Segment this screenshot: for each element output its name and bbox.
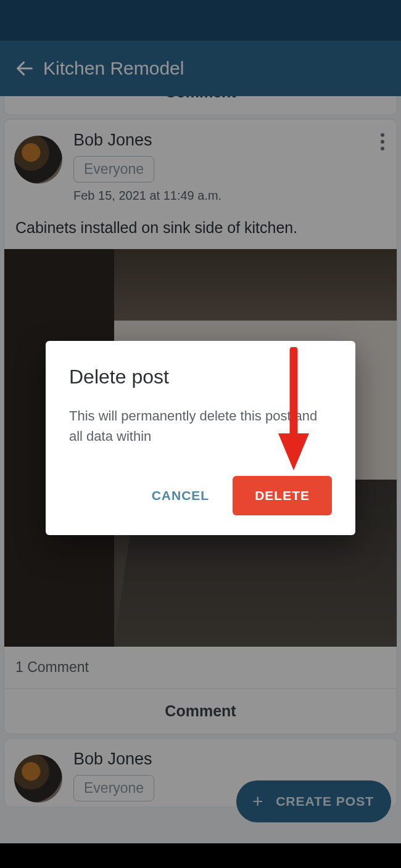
dialog-message: This will permanently delete this post a…	[69, 406, 332, 446]
dialog-title: Delete post	[69, 366, 332, 388]
delete-post-dialog: Delete post This will permanently delete…	[46, 341, 355, 535]
cancel-button[interactable]: CANCEL	[147, 477, 215, 514]
delete-button[interactable]: DELETE	[233, 476, 332, 515]
